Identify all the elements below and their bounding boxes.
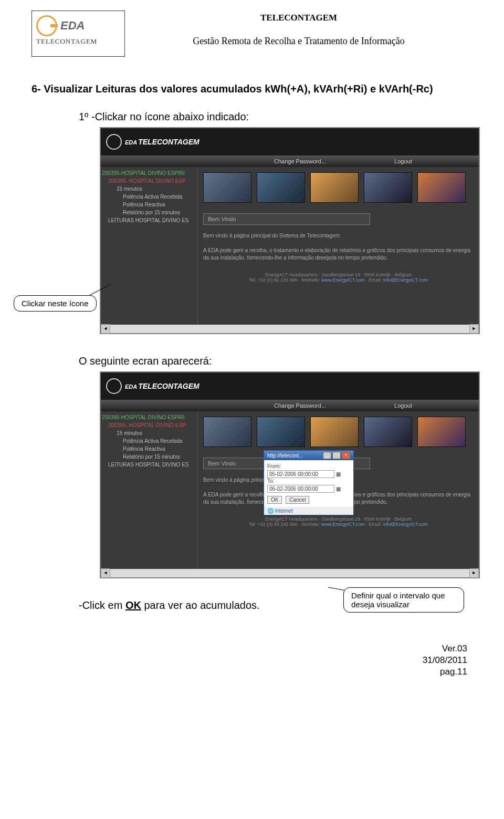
nav-tree[interactable]: 200395-HOSPITAL DIVINO ESPIRI 200395- HO… bbox=[101, 167, 198, 325]
thumbnail-icon bbox=[417, 172, 466, 203]
screenshot-2: EDATELECONTAGEM Change Password... Logou… bbox=[100, 371, 480, 578]
tree-leaf[interactable]: Relatório por 15 minutos bbox=[102, 209, 196, 216]
tree-leaf[interactable]: Potência Reactiva bbox=[102, 201, 196, 209]
from-label: From: bbox=[267, 463, 350, 469]
footer-website-link[interactable]: www.EnergyICT.com bbox=[321, 277, 365, 283]
calendar-icon[interactable]: ▦ bbox=[336, 486, 341, 492]
tree-leaf[interactable]: Potência Activa Recebida bbox=[102, 437, 196, 445]
callout-define-interval: Definir qual o intervalo que deseja visu… bbox=[343, 587, 464, 613]
header-line2: Gestão Remota de Recolha e Tratamento de… bbox=[125, 36, 472, 47]
scroll-left-icon[interactable]: ◄ bbox=[101, 324, 110, 334]
cancel-button[interactable]: Cancel bbox=[286, 496, 309, 504]
dialog-title: http://telecont... bbox=[267, 453, 303, 459]
logo-ring-icon bbox=[36, 15, 57, 36]
tree-leaf[interactable]: Relatório por 15 minutos bbox=[102, 453, 196, 461]
screenshot-footer: EnergyICT Headquarters · Zandbergstraat … bbox=[203, 269, 474, 286]
footer-version: Ver.03 bbox=[32, 643, 467, 655]
thumbnail-row bbox=[203, 172, 474, 203]
thumbnail-icon bbox=[364, 172, 412, 203]
tree-node[interactable]: 200395- HOSPITAL DIVINO ESP bbox=[102, 177, 196, 185]
tree-target-leituras[interactable]: LEITURAS HOSPITAL DIVINO ES bbox=[102, 461, 196, 469]
date-range-dialog: http://telecont... _ □ × From: 05-02-200… bbox=[264, 450, 354, 515]
tree-root[interactable]: 200395-HOSPITAL DIVINO ESPIRI bbox=[102, 413, 196, 421]
tree-leaf[interactable]: Potência Activa Recebida bbox=[102, 193, 196, 201]
page-header: EDA TELECONTAGEM TELECONTAGEM Gestão Rem… bbox=[32, 11, 472, 57]
close-button[interactable]: × bbox=[342, 452, 350, 459]
brand-logo-box: EDA TELECONTAGEM bbox=[32, 11, 125, 57]
tree-target-leituras[interactable]: LEITURAS HOSPITAL DIVINO ES bbox=[102, 216, 196, 224]
ok-button[interactable]: OK bbox=[267, 496, 282, 504]
screenshot-1: EDATELECONTAGEM Change Password... Logou… bbox=[100, 127, 480, 334]
thumbnail-row bbox=[203, 417, 474, 447]
section-title: 6- Visualizar Leituras dos valores acumu… bbox=[32, 83, 472, 95]
thumbnail-icon bbox=[203, 172, 251, 203]
app-logo-icon bbox=[106, 134, 122, 150]
thumbnail-icon bbox=[257, 417, 305, 447]
menu-change-password[interactable]: Change Password... bbox=[274, 402, 326, 409]
scrollbar[interactable]: ◄ ► bbox=[101, 325, 479, 333]
menu-logout[interactable]: Logout bbox=[394, 158, 412, 164]
brand-subtitle: TELECONTAGEM bbox=[36, 37, 120, 46]
to-input[interactable]: 06-02-2006 00:00:00 bbox=[267, 485, 334, 493]
scroll-right-icon[interactable]: ► bbox=[469, 568, 479, 578]
footer-date: 31/08/2011 bbox=[32, 655, 467, 666]
app-brand: TELECONTAGEM bbox=[138, 138, 199, 146]
thumbnail-icon bbox=[310, 417, 359, 447]
thumbnail-icon bbox=[310, 172, 359, 203]
from-input[interactable]: 05-02-2006 00:00:00 bbox=[267, 470, 334, 478]
nav-tree[interactable]: 200395-HOSPITAL DIVINO ESPIRI 200395- HO… bbox=[101, 411, 198, 569]
min-button[interactable]: _ bbox=[323, 452, 331, 459]
brand-name: EDA bbox=[60, 19, 85, 33]
footer-website-link[interactable]: www.EnergyICT.com bbox=[321, 522, 365, 527]
to-label: To: bbox=[267, 478, 350, 484]
tree-node[interactable]: 200395- HOSPITAL DIVINO ESP bbox=[102, 421, 196, 429]
page-footer: Ver.03 31/08/2011 pag.11 bbox=[32, 643, 472, 678]
thumbnail-icon bbox=[417, 417, 466, 447]
scroll-left-icon[interactable]: ◄ bbox=[101, 568, 110, 578]
step2-text: O seguinte ecran aparecerá: bbox=[79, 355, 457, 367]
tree-leaf[interactable]: Potência Reactiva bbox=[102, 445, 196, 453]
ok-text: OK bbox=[125, 599, 141, 611]
max-button[interactable]: □ bbox=[332, 452, 341, 459]
tree-node[interactable]: 15 minutos bbox=[102, 185, 196, 193]
header-line1: TELECONTAGEM bbox=[125, 13, 472, 23]
menu-logout[interactable]: Logout bbox=[394, 402, 412, 409]
tree-node[interactable]: 15 minutos bbox=[102, 429, 196, 437]
tree-root[interactable]: 200395-HOSPITAL DIVINO ESPIRI bbox=[102, 169, 196, 177]
app-brand: TELECONTAGEM bbox=[138, 382, 199, 390]
scroll-right-icon[interactable]: ► bbox=[469, 324, 479, 334]
globe-icon: 🌐 bbox=[267, 508, 274, 514]
welcome-box: Bem Vindo bbox=[203, 213, 370, 225]
footer-email-link[interactable]: info@EnergyICT.com bbox=[383, 522, 428, 527]
step1-text: 1º -Clickar no ícone abaixo indicado: bbox=[79, 111, 457, 123]
welcome-line: Bem vindo à página principal do Sistema … bbox=[203, 232, 474, 240]
menu-change-password[interactable]: Change Password... bbox=[274, 158, 326, 164]
screenshot-footer: EnergyICT Headquarters · Zandbergstraat … bbox=[203, 513, 474, 530]
thumbnail-icon bbox=[203, 417, 251, 447]
footer-addr: EnergyICT Headquarters · Zandbergstraat … bbox=[203, 516, 474, 522]
footer-page: pag.11 bbox=[32, 666, 467, 678]
thumbnail-icon bbox=[364, 417, 412, 447]
calendar-icon[interactable]: ▦ bbox=[336, 471, 341, 477]
callout-click-icon: Clickar neste ícone bbox=[14, 295, 97, 312]
thumbnail-icon bbox=[257, 172, 305, 203]
app-logo-icon bbox=[106, 378, 122, 394]
welcome-desc: A EDA pode gerir a recolha, o tratamento… bbox=[203, 247, 474, 262]
scrollbar[interactable]: ◄ ► bbox=[101, 569, 479, 577]
footer-email-link[interactable]: info@EnergyICT.com bbox=[383, 277, 428, 283]
footer-addr: EnergyICT Headquarters · Zandbergstraat … bbox=[203, 272, 474, 277]
status-text: Internet bbox=[275, 508, 293, 514]
